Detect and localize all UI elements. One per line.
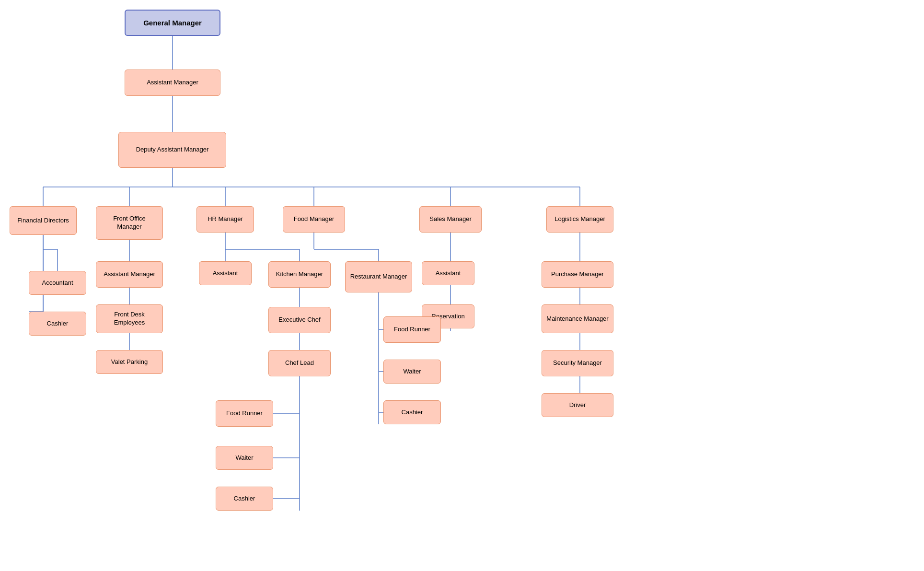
node-front_office_manager: Front Office Manager [96,206,163,240]
node-restaurant_manager: Restaurant Manager [345,261,412,292]
node-assistant_hr: Assistant [199,261,252,285]
node-assistant_manager: Assistant Manager [125,70,220,96]
node-food_runner_rest: Food Runner [383,316,441,343]
node-valet_parking: Valet Parking [96,350,163,374]
node-cashier_rest: Cashier [383,400,441,424]
node-cashier_fin: Cashier [29,312,86,336]
node-assistant_sales: Assistant [422,261,474,285]
node-food_manager: Food Manager [283,206,345,233]
node-security_manager: Security Manager [542,350,613,376]
node-front_desk_employees: Front Desk Employees [96,304,163,333]
node-waiter_hr: Waiter [216,446,273,470]
node-cashier_hr: Cashier [216,487,273,511]
node-sales_manager: Sales Manager [419,206,482,233]
node-kitchen_manager: Kitchen Manager [268,261,331,288]
node-financial_directors: Financial Directors [10,206,77,235]
node-general_manager: General Manager [125,10,220,36]
node-deputy_assistant: Deputy Assistant Manager [118,132,226,168]
node-maintenance_manager: Maintenance Manager [542,304,613,333]
node-purchase_manager: Purchase Manager [542,261,613,288]
node-executive_chef: Executive Chef [268,307,331,333]
node-accountant: Accountant [29,271,86,295]
node-assistant_manager_fo: Assistant Manager [96,261,163,288]
node-chef_lead: Chef Lead [268,350,331,376]
node-logistics_manager: Logistics Manager [546,206,613,233]
org-chart: General ManagerAssistant ManagerDeputy A… [0,0,924,571]
node-waiter_rest: Waiter [383,360,441,384]
node-driver: Driver [542,393,613,417]
node-hr_manager: HR Manager [196,206,254,233]
node-food_runner_hr: Food Runner [216,400,273,427]
